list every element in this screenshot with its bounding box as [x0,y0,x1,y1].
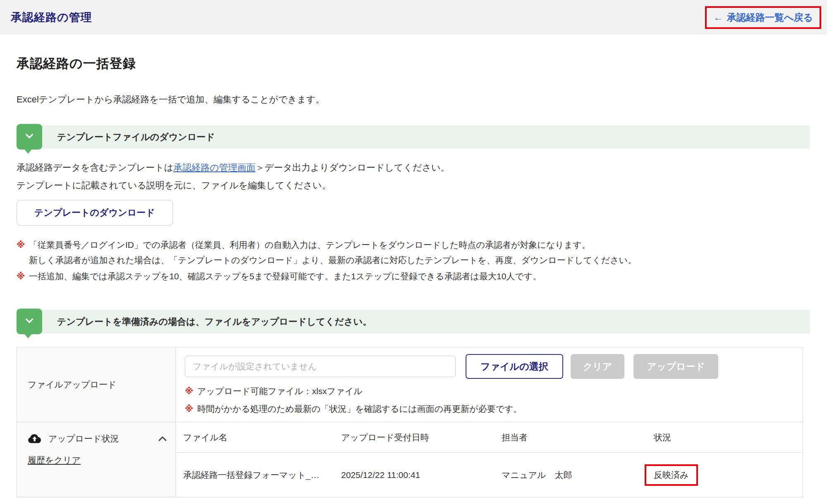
asterisk-icon: ※ [185,402,197,416]
cell-datetime: 2025/12/22 11:00:41 [341,470,502,480]
table-row: 承認経路一括登録フォーマット_… 2025/12/22 11:00:41 マニュ… [176,453,803,497]
main-content: 承認経路の一括登録 Excelテンプレートから承認経路を一括で追加、編集すること… [0,55,827,497]
upload-status-label-cell: アップロード状況 履歴をクリア [17,422,176,497]
upload-section-title: テンプレートを準備済みの場合は、ファイルをアップロードしてください。 [57,316,372,328]
upload-note: ※ 時間がかかる処理のため最新の「状況」を確認するには画面の再更新が必要です。 [185,402,798,416]
intro-text: Excelテンプレートから承認経路を一括で追加、編集することができます。 [17,93,810,106]
page-header: 承認経路の管理 ← 承認経路一覧へ戻る [0,0,827,35]
note-item: ※ 一括追加、編集では承認ステップを10、確認ステップを5まで登録可能です。また… [17,269,810,284]
cloud-upload-icon [28,433,42,444]
col-header-status: 状況 [654,432,803,443]
file-name-input[interactable] [185,356,456,377]
upload-status-toggle[interactable]: アップロード状況 [28,433,167,445]
route-admin-screen-link[interactable]: 承認経路の管理画面 [173,162,256,173]
upload-section-toggle[interactable] [17,309,42,334]
chevron-down-icon [25,318,33,325]
cell-file-name: 承認経路一括登録フォーマット_… [183,469,341,481]
back-arrow-icon: ← [713,12,723,23]
page-title: 承認経路の管理 [11,10,92,25]
col-header-datetime: アップロード受付日時 [341,432,502,443]
chevron-up-icon [158,436,167,442]
clear-button[interactable]: クリア [571,354,625,379]
file-upload-label: ファイルアップロード [28,379,116,390]
file-upload-controls-cell: ファイルの選択 クリア アップロード ※ アップロード可能ファイル：xlsxファ… [176,347,803,422]
back-link-label: 承認経路一覧へ戻る [727,11,813,24]
col-header-file-name: ファイル名 [183,432,341,443]
template-download-button[interactable]: テンプレートのダウンロード [17,200,173,226]
file-select-button[interactable]: ファイルの選択 [466,354,563,379]
note-line: 「従業員番号／ログインID」での承認者（従業員、利用者）の自動入力は、テンプレー… [29,237,636,252]
upload-status-table-cell: ファイル名 アップロード受付日時 担当者 状況 承認経路一括登録フォーマット_…… [176,422,803,497]
upload-status-label: アップロード状況 [48,433,119,445]
col-header-person: 担当者 [502,432,654,443]
asterisk-icon: ※ [17,269,29,284]
cell-person: マニュアル 太郎 [502,469,654,481]
note-line: 一括追加、編集では承認ステップを10、確認ステップを5まで登録可能です。また1ス… [29,269,541,284]
desc-line2: テンプレートに記載されている説明を元に、ファイルを編集してください。 [17,176,810,194]
download-section-title: テンプレートファイルのダウンロード [57,131,215,143]
status-table-header: ファイル名 アップロード受付日時 担当者 状況 [176,422,803,453]
upload-note-text: 時間がかかる処理のため最新の「状況」を確認するには画面の再更新が必要です。 [197,402,522,416]
chevron-down-icon [25,133,33,140]
annotation-box-status: 反映済み [645,464,698,486]
download-notes: ※ 「従業員番号／ログインID」での承認者（従業員、利用者）の自動入力は、テンプ… [17,237,810,284]
upload-note-text: アップロード可能ファイル：xlsxファイル [197,384,363,398]
download-section-toggle[interactable] [17,124,42,150]
upload-section-header: テンプレートを準備済みの場合は、ファイルをアップロードしてください。 [17,310,810,333]
download-description: 承認経路データを含むテンプレートは承認経路の管理画面＞データ出力よりダウンロード… [17,159,810,194]
asterisk-icon: ※ [185,384,197,398]
back-to-list-link[interactable]: ← 承認経路一覧へ戻る [713,11,813,24]
download-section-header: テンプレートファイルのダウンロード [17,125,810,149]
bulk-register-heading: 承認経路の一括登録 [17,55,810,73]
file-upload-label-cell: ファイルアップロード [17,347,176,422]
clear-history-link[interactable]: 履歴をクリア [28,454,81,466]
upload-note: ※ アップロード可能ファイル：xlsxファイル [185,384,798,398]
asterisk-icon: ※ [17,237,29,268]
status-value: 反映済み [654,470,689,480]
upload-button[interactable]: アップロード [633,354,718,379]
upload-status-row: アップロード状況 履歴をクリア ファイル名 アップロード受付日時 担当者 状況 … [17,422,803,497]
desc-text-after-link: ＞データ出力よりダウンロードしてください。 [256,162,450,173]
annotation-box-back-link: ← 承認経路一覧へ戻る [705,6,821,29]
note-line: 新しく承認者が追加された場合は、「テンプレートのダウンロード」より、最新の承認者… [29,252,636,268]
upload-table: ファイルアップロード ファイルの選択 クリア アップロード ※ アップロード可能… [17,347,803,497]
note-item: ※ 「従業員番号／ログインID」での承認者（従業員、利用者）の自動入力は、テンプ… [17,237,810,268]
desc-text-before-link: 承認経路データを含むテンプレートは [17,162,173,173]
file-upload-row: ファイルアップロード ファイルの選択 クリア アップロード ※ アップロード可能… [17,347,803,422]
